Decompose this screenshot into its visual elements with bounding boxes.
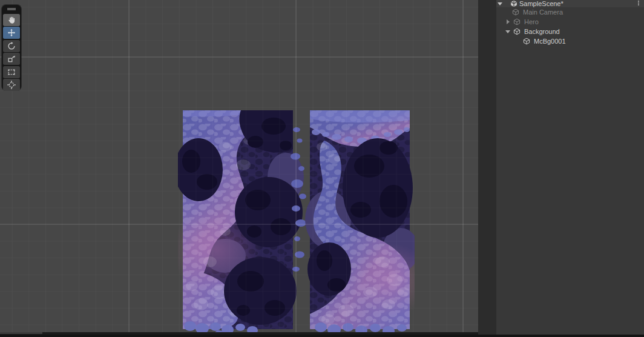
hierarchy-tree[interactable]: SampleScene* Main Camera Hero Background… — [496, 0, 644, 335]
hierarchy-scene-row[interactable]: SampleScene* — [496, 0, 644, 7]
foldout-collapsed-icon[interactable] — [505, 19, 510, 24]
rect-tool-button[interactable] — [3, 66, 20, 78]
foldout-expanded-icon[interactable] — [498, 1, 502, 6]
foldout-expanded-icon[interactable] — [505, 29, 510, 34]
overlay-drag-handle-icon[interactable] — [7, 8, 16, 10]
gameobject-cube-icon — [513, 28, 521, 35]
transform-tool-button[interactable] — [3, 79, 20, 91]
scene-asset-icon — [510, 0, 518, 7]
hand-icon — [7, 15, 16, 25]
scene-name: SampleScene* — [519, 0, 564, 7]
hierarchy-item-mcbg0001[interactable]: McBg0001 — [496, 36, 644, 46]
kebab-menu-icon[interactable] — [636, 1, 642, 7]
rotate-tool-button[interactable] — [3, 40, 20, 52]
move-tool-button[interactable] — [3, 27, 20, 39]
gameobject-cube-icon — [523, 38, 530, 45]
rect-icon — [7, 67, 16, 77]
transform-icon — [7, 80, 16, 90]
pan-tool-button[interactable] — [3, 14, 20, 26]
hierarchy-item-hero[interactable]: Hero — [496, 17, 644, 27]
cave-background-tile-right[interactable] — [305, 105, 415, 332]
window-bottom-edge — [0, 335, 644, 337]
cave-background-tile-left[interactable] — [178, 105, 307, 332]
rotate-icon — [7, 41, 16, 51]
scale-icon — [7, 54, 16, 64]
hierarchy-item-main-camera[interactable]: Main Camera — [496, 7, 644, 17]
item-label: Main Camera — [523, 8, 563, 16]
scene-tools-overlay — [2, 5, 21, 90]
item-label: Background — [524, 28, 560, 35]
hierarchy-item-background[interactable]: Background — [496, 27, 644, 36]
scene-viewport[interactable] — [0, 0, 478, 332]
unity-editor-window: { "tool_overlay": { "tools": [ {"icon": … — [0, 0, 644, 337]
bottom-bar-notch — [0, 332, 42, 334]
gameobject-cube-icon — [512, 8, 519, 16]
panel-gutter — [478, 0, 496, 335]
item-label: McBg0001 — [534, 38, 566, 45]
scale-tool-button[interactable] — [3, 53, 20, 65]
gameobject-cube-icon — [513, 18, 521, 25]
move-icon — [7, 28, 16, 38]
item-label: Hero — [524, 18, 539, 25]
hierarchy-panel: SampleScene* Main Camera Hero Background… — [478, 0, 644, 335]
